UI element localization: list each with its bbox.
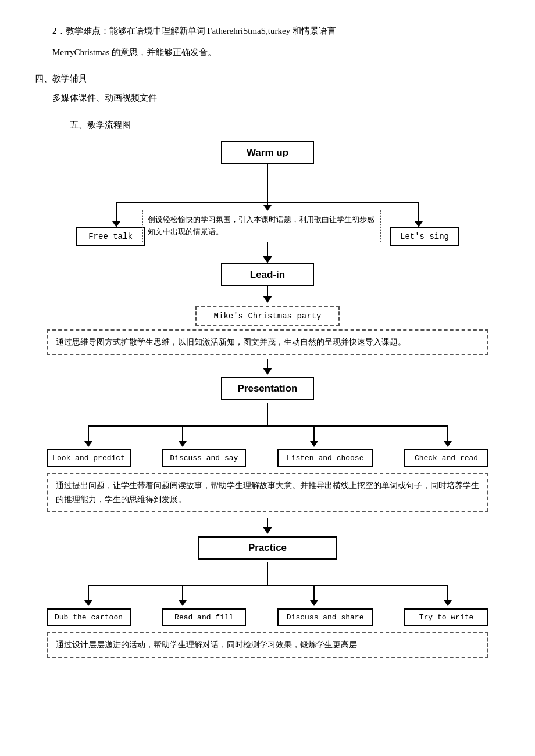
- discuss-share-box: Discuss and share: [277, 608, 373, 626]
- warmup-box: Warm up: [221, 141, 314, 164]
- page-content: 2．教学难点：能够在语境中理解新单词 FatherehriStmaS,turke…: [35, 23, 500, 658]
- desc4-wrapper: 通过设计层层递进的活动，帮助学生理解对话，同时检测学习效果，锻炼学生更高层: [47, 632, 488, 658]
- desc2-box: 通过思维导图方式扩散学生思维，以旧知激活新知，图文并茂，生动自然的呈现并快速导入…: [47, 329, 488, 355]
- practice-boxes-row: Dub the cartoon Read and fill Discuss an…: [47, 608, 488, 626]
- presentation-box: Presentation: [221, 377, 314, 400]
- svg-marker-17: [444, 441, 452, 447]
- svg-marker-5: [415, 221, 423, 227]
- section2-text: 2．教学难点：能够在语境中理解新单词 FatherehriStmaS,turke…: [35, 23, 500, 39]
- look-predict-box: Look and predict: [47, 449, 131, 467]
- section5: 五、教学流程图 Warm up: [35, 120, 500, 658]
- desc2-wrapper: 通过思维导图方式扩散学生思维，以旧知激活新知，图文并茂，生动自然的呈现并快速导入…: [47, 329, 488, 355]
- desc3-wrapper: 通过提出问题，让学生带着问题阅读故事，帮助学生理解故事大意。并推导出横线上挖空的…: [47, 473, 488, 513]
- svg-marker-13: [179, 441, 187, 447]
- warmup-desc-box: 创设轻松愉快的学习氛围，引入本课时话题，利用歌曲让学生初步感知文中出现的情景语。: [142, 210, 381, 242]
- warmup-row: Warm up: [47, 141, 488, 164]
- mikes-party-row: Mike's Christmas party: [47, 306, 488, 326]
- leadin-arrow: [47, 240, 488, 263]
- svg-marker-23: [179, 600, 187, 606]
- warmup-connector: Free talk Let's sing 创设轻松愉快的学习氛围，引入本课时话题…: [47, 164, 488, 240]
- section2-line1: 2．教学难点：能够在语境中理解新单词 FatherehriStmaS,turke…: [52, 26, 336, 35]
- section2-line2: MerryChristmas 的意思，并能够正确发音。: [35, 45, 500, 60]
- svg-marker-27: [444, 600, 452, 606]
- try-write-box: Try to write: [404, 608, 488, 626]
- practice-row: Practice: [47, 536, 488, 560]
- practice-connector-svg: [47, 562, 488, 608]
- svg-marker-15: [310, 441, 318, 447]
- read-fill-box: Read and fill: [162, 608, 246, 626]
- listen-choose-box: Listen and choose: [277, 449, 373, 467]
- discuss-say-box: Discuss and say: [162, 449, 246, 467]
- svg-marker-21: [84, 600, 92, 606]
- mikes-arrow: [47, 286, 488, 303]
- check-read-box: Check and read: [404, 449, 488, 467]
- presentation-arrow: [47, 359, 488, 375]
- svg-marker-25: [310, 600, 318, 606]
- presentation-connector: [47, 403, 488, 449]
- svg-marker-11: [84, 441, 92, 447]
- four-boxes-row: Look and predict Discuss and say Listen …: [47, 449, 488, 467]
- warmup-desc-wrapper: 创设轻松愉快的学习氛围，引入本课时话题，利用歌曲让学生初步感知文中出现的情景语。: [142, 210, 381, 242]
- section5-title: 五、教学流程图: [35, 120, 500, 131]
- flowchart: Warm up: [47, 141, 488, 658]
- desc4-box: 通过设计层层递进的活动，帮助学生理解对话，同时检测学习效果，锻炼学生更高层: [47, 632, 488, 658]
- practice-arrow: [47, 518, 488, 534]
- practice-box: Practice: [198, 536, 337, 560]
- desc3-box: 通过提出问题，让学生带着问题阅读故事，帮助学生理解故事大意。并推导出横线上挖空的…: [47, 473, 488, 513]
- section4-title: 四、教学辅具: [35, 71, 500, 87]
- mikes-party-box: Mike's Christmas party: [195, 306, 340, 326]
- leadin-row: Lead-in: [47, 263, 488, 286]
- presentation-connector-svg: [47, 403, 488, 449]
- dub-cartoon-box: Dub the cartoon: [47, 608, 131, 626]
- section4-content: 多媒体课件、动画视频文件: [35, 90, 500, 106]
- practice-connector: [47, 562, 488, 608]
- svg-marker-3: [112, 221, 120, 227]
- presentation-row: Presentation: [47, 377, 488, 400]
- leadin-box: Lead-in: [221, 263, 314, 286]
